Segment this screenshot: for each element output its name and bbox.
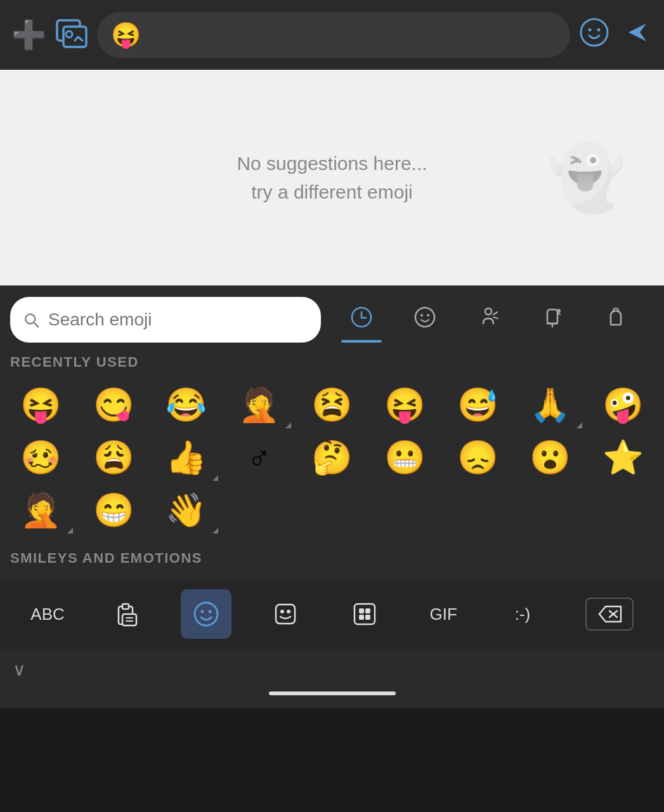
emoji-cell[interactable]: 😝 — [5, 379, 77, 431]
svg-point-10 — [485, 308, 491, 315]
svg-rect-30 — [359, 608, 364, 613]
emoji-cell[interactable]: 👍 — [151, 432, 223, 483]
sticker-key[interactable] — [260, 589, 311, 639]
ghost-icon: 👻 — [547, 140, 626, 215]
svg-rect-13 — [547, 310, 557, 324]
emoji-cell[interactable]: 😮 — [514, 432, 586, 483]
suggestion-line2: try a different emoji — [237, 178, 427, 206]
clipboard-key[interactable] — [102, 589, 153, 639]
emoji-cell[interactable]: 👋 — [151, 485, 223, 536]
smileys-icon — [413, 306, 436, 334]
sticker-icon — [272, 601, 299, 627]
people-icon — [477, 306, 500, 334]
search-input[interactable] — [48, 310, 309, 330]
svg-point-8 — [420, 314, 423, 317]
top-bar-right-actions — [579, 17, 653, 53]
recent-icon — [350, 306, 373, 334]
gif-key[interactable]: GIF — [418, 589, 469, 639]
svg-point-24 — [201, 610, 204, 613]
emoji-cell[interactable]: 😝 — [369, 379, 441, 431]
message-input-wrap[interactable]: 😝 — [97, 12, 570, 58]
svg-rect-32 — [359, 615, 364, 620]
emoji-cell[interactable]: 🤦 — [223, 379, 295, 431]
emoji-grid-recent: 😝 😋 😂 🤦 😫 😝 😅 🙏 🤪 🥴 😩 👍 ♂️ 🤔 😬 😞 😮 ⭐ 🤦 😁… — [0, 377, 664, 539]
svg-point-28 — [287, 610, 290, 613]
emoji-key[interactable] — [181, 589, 231, 639]
tab-objects[interactable] — [532, 301, 573, 339]
emoji-cell[interactable]: 🤔 — [296, 432, 368, 483]
clipboard-icon — [115, 601, 140, 627]
abc-label: ABC — [30, 605, 64, 624]
keyboard-bar: ABC — [0, 579, 664, 649]
emoji-cell[interactable]: 😫 — [296, 379, 368, 431]
suggestion-text: No suggestions here... try a different e… — [237, 149, 427, 206]
svg-line-11 — [493, 312, 497, 315]
home-indicator — [269, 691, 396, 695]
bottom-area: ∨ — [0, 649, 664, 708]
emoji-cell[interactable]: 😞 — [442, 432, 514, 483]
category-tabs — [330, 301, 654, 339]
emoji-cell[interactable]: 😬 — [369, 432, 441, 483]
svg-rect-29 — [355, 604, 375, 624]
delete-icon — [585, 598, 634, 631]
svg-point-27 — [280, 610, 284, 613]
search-icon — [22, 310, 41, 329]
svg-rect-19 — [122, 604, 129, 609]
emoji-cell[interactable]: 😩 — [78, 432, 150, 483]
chevron-down-icon[interactable]: ∨ — [13, 659, 26, 680]
smileys-label: SMILEYS AND EMOTIONS — [0, 539, 664, 573]
emoji-picker-icon[interactable] — [579, 17, 609, 53]
svg-rect-31 — [365, 608, 370, 613]
animoji-icon — [351, 601, 378, 627]
svg-point-3 — [581, 19, 608, 46]
delete-key[interactable] — [576, 589, 642, 639]
emoji-cell[interactable]: 😋 — [78, 379, 150, 431]
abc-key[interactable]: ABC — [22, 589, 73, 639]
add-icon[interactable]: ➕ — [11, 18, 46, 51]
emoji-cell[interactable]: 🤪 — [587, 379, 659, 431]
tab-people[interactable] — [468, 301, 509, 339]
objects-icon — [541, 306, 564, 334]
emoji-cell[interactable]: 🙏 — [514, 379, 586, 431]
tab-food[interactable] — [596, 301, 636, 339]
gif-label: GIF — [430, 605, 457, 624]
suggestion-line1: No suggestions here... — [237, 149, 427, 178]
emoji-keyboard: RECENTLY USED 😝 😋 😂 🤦 😫 😝 😅 🙏 🤪 🥴 😩 👍 ♂️… — [0, 285, 664, 708]
svg-point-25 — [209, 610, 212, 613]
animoji-key[interactable] — [339, 589, 390, 639]
tab-recent[interactable] — [341, 301, 382, 339]
svg-point-23 — [195, 603, 218, 625]
emoji-cell[interactable]: 😅 — [442, 379, 514, 431]
food-icon — [604, 306, 627, 334]
emoji-key-icon — [193, 601, 219, 627]
search-row — [0, 285, 664, 343]
recently-used-label: RECENTLY USED — [0, 343, 664, 377]
send-icon[interactable] — [622, 17, 653, 53]
emoji-cell[interactable]: ⭐ — [587, 432, 659, 483]
svg-point-5 — [597, 28, 601, 31]
top-bar: ➕ 😝 — [0, 0, 664, 70]
message-input[interactable] — [147, 23, 556, 47]
emoji-cell[interactable]: 🥴 — [5, 432, 77, 483]
suggestion-area: No suggestions here... try a different e… — [0, 70, 664, 285]
emoji-cell[interactable]: 😁 — [78, 485, 150, 536]
svg-point-7 — [415, 308, 434, 327]
emoji-cell[interactable]: 🤦 — [5, 485, 77, 536]
media-icon[interactable] — [55, 16, 88, 55]
svg-point-4 — [589, 28, 592, 31]
text-emoticon-label: :-) — [515, 605, 531, 624]
svg-line-12 — [493, 317, 498, 318]
svg-rect-20 — [122, 614, 136, 625]
emoji-cell[interactable]: 😂 — [151, 379, 223, 431]
input-emoji: 😝 — [111, 21, 141, 49]
emoji-cell[interactable]: ♂️ — [223, 432, 295, 483]
svg-rect-33 — [365, 615, 370, 620]
tab-active-indicator — [341, 340, 382, 343]
svg-point-9 — [427, 314, 429, 317]
svg-rect-26 — [276, 605, 295, 624]
tab-smileys[interactable] — [405, 301, 445, 339]
search-box[interactable] — [10, 297, 321, 343]
text-emoticon-key[interactable]: :-) — [497, 589, 548, 639]
